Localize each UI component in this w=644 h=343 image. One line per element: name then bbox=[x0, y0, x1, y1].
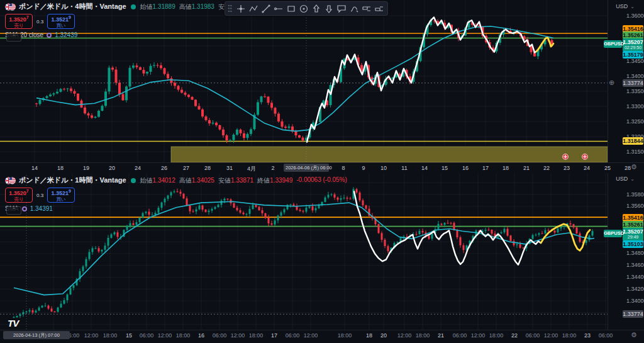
sell-button[interactable]: 1.35207 売り bbox=[5, 14, 33, 29]
candle bbox=[122, 94, 125, 101]
cross-line-tool-icon[interactable] bbox=[235, 3, 247, 14]
highlight-zone[interactable] bbox=[171, 147, 608, 162]
candle bbox=[268, 218, 270, 223]
candle bbox=[519, 244, 521, 248]
short-position-tool-icon[interactable] bbox=[373, 3, 385, 14]
candle bbox=[111, 68, 114, 70]
time-axis-label: 18:00 bbox=[416, 332, 430, 339]
time-axis-label: 18:00 bbox=[249, 332, 264, 339]
candle bbox=[70, 288, 72, 295]
symbol-tag: GBPUSD bbox=[604, 230, 622, 237]
candle bbox=[89, 252, 91, 259]
candle bbox=[510, 235, 512, 240]
buy-button[interactable]: 1.35219 買い bbox=[47, 188, 75, 203]
time-axis-label: 06:00 bbox=[599, 332, 613, 339]
currency-selector[interactable]: USD ⌄ bbox=[611, 174, 640, 183]
candle bbox=[101, 250, 103, 252]
event-flag-icon[interactable] bbox=[582, 154, 588, 160]
candle bbox=[271, 223, 273, 225]
candle bbox=[126, 226, 128, 230]
candle bbox=[560, 227, 562, 228]
time-axis-label: 31 bbox=[226, 165, 233, 171]
arrow-up-tool-icon[interactable] bbox=[310, 3, 322, 14]
axis-settings-gear-icon[interactable]: ⚙ bbox=[631, 332, 637, 339]
candle bbox=[226, 135, 228, 140]
time-axis-label: 06:00 bbox=[140, 332, 154, 339]
candle bbox=[180, 90, 183, 93]
candle bbox=[160, 65, 162, 69]
event-flag-icon[interactable] bbox=[563, 154, 569, 160]
candle bbox=[281, 121, 284, 127]
axis-settings-gear-icon[interactable]: ⚙ bbox=[631, 164, 637, 171]
candle bbox=[243, 133, 245, 138]
candle bbox=[215, 123, 218, 125]
arrow-down-tool-icon[interactable] bbox=[323, 3, 335, 14]
candle bbox=[457, 230, 458, 237]
candle bbox=[381, 233, 383, 240]
candle bbox=[139, 218, 141, 222]
tradingview-logo[interactable]: TV bbox=[8, 318, 18, 329]
legend-collapse-button[interactable]: ⌃ bbox=[6, 206, 21, 215]
chart-title[interactable]: ポンド／米ドル・4時間・Vantage bbox=[19, 2, 126, 11]
callout-tool-icon[interactable] bbox=[335, 3, 347, 14]
sma-line[interactable] bbox=[14, 201, 594, 295]
time-axis-label: 27 bbox=[183, 165, 189, 171]
candle bbox=[535, 235, 537, 235]
price-tick-label: 1.34500 bbox=[626, 58, 644, 64]
candle bbox=[155, 213, 157, 215]
sell-button[interactable]: 1.35207 売り bbox=[5, 188, 33, 203]
time-axis-label: 9 bbox=[362, 165, 365, 171]
polyline-tool-icon[interactable] bbox=[247, 3, 259, 14]
candle bbox=[60, 89, 62, 92]
candle bbox=[233, 135, 235, 140]
candle bbox=[579, 233, 581, 242]
price-tick-label: 1.36000 bbox=[626, 13, 644, 19]
drag-handle-icon[interactable] bbox=[228, 4, 232, 13]
time-axis-1h[interactable]: 1406:0012:0018:001506:0012:0018:001606:0… bbox=[0, 330, 644, 340]
floating-drawing-toolbar[interactable] bbox=[225, 1, 388, 16]
candle bbox=[485, 230, 487, 231]
buy-button[interactable]: 1.35219 買い bbox=[47, 14, 75, 29]
market-status-icon[interactable] bbox=[131, 4, 136, 9]
time-axis-label: 23 bbox=[564, 165, 570, 171]
ellipse-tool-icon[interactable] bbox=[297, 3, 309, 14]
candle bbox=[111, 234, 113, 238]
candle bbox=[51, 308, 53, 312]
long-position-tool-icon[interactable] bbox=[360, 3, 372, 14]
candle bbox=[84, 108, 86, 113]
rectangle-tool-icon[interactable] bbox=[285, 3, 297, 14]
candle bbox=[422, 231, 424, 232]
brush-tool-icon[interactable] bbox=[348, 3, 360, 14]
candle bbox=[70, 89, 72, 91]
candle bbox=[201, 110, 204, 116]
time-axis-label: 12:00 bbox=[84, 332, 99, 339]
candle bbox=[74, 91, 76, 94]
candle bbox=[288, 127, 291, 128]
price-tick-label: 1.35800 bbox=[626, 191, 644, 198]
trend-line-tool-icon[interactable] bbox=[260, 3, 272, 14]
candle bbox=[554, 231, 556, 233]
time-axis-4h[interactable]: 1418192024262728314月28910111415161718212… bbox=[0, 162, 644, 173]
time-axis-label: 14 bbox=[31, 165, 38, 171]
candle bbox=[167, 74, 169, 79]
candle bbox=[26, 312, 28, 312]
candle bbox=[177, 86, 180, 89]
candle bbox=[450, 223, 452, 223]
legend-collapse-button[interactable]: ⌃ bbox=[6, 33, 21, 42]
market-status-icon[interactable] bbox=[131, 178, 136, 183]
spread-value: 0.3 bbox=[35, 19, 45, 25]
chart-title[interactable]: ポンド／米ドル・1時間・Vantage bbox=[19, 176, 126, 185]
horizontal-ray-tool-icon[interactable] bbox=[272, 3, 284, 14]
candle bbox=[488, 230, 490, 230]
price-tick-label: 1.32500 bbox=[626, 118, 644, 125]
candle bbox=[302, 138, 304, 141]
currency-selector[interactable]: USD ⌄ bbox=[611, 2, 640, 11]
candle bbox=[130, 223, 131, 226]
change-readout: -0.00063 (-0.05%) bbox=[296, 176, 347, 185]
price-tick-label: 1.34000 bbox=[626, 73, 644, 79]
add-alert-plus-icon[interactable]: ⊕ bbox=[609, 79, 614, 86]
candle bbox=[108, 238, 109, 245]
time-axis-label: 18 bbox=[502, 165, 509, 171]
candle bbox=[387, 246, 389, 251]
sma-line[interactable] bbox=[36, 26, 553, 132]
